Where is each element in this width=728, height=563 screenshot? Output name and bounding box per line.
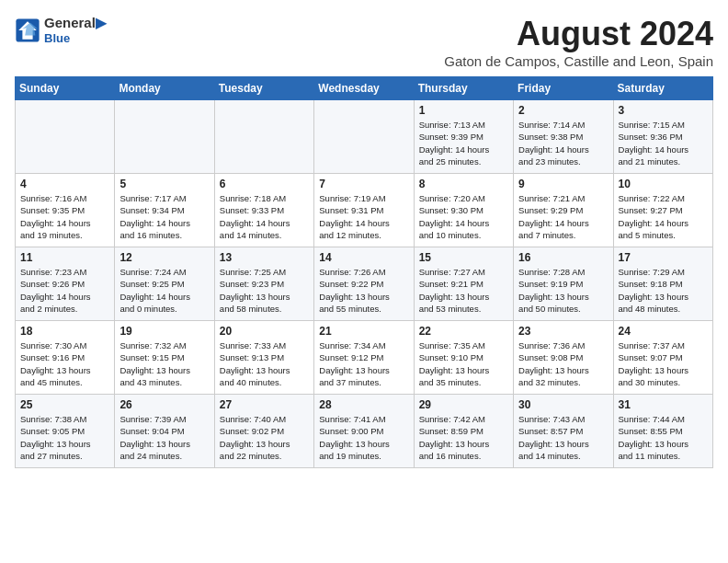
day-number: 5 <box>119 178 209 190</box>
day-info: Sunrise: 7:38 AM Sunset: 9:05 PM Dayligh… <box>20 413 109 462</box>
location-subtitle: Gaton de Campos, Castille and Leon, Spai… <box>444 53 713 69</box>
day-number: 26 <box>119 398 209 411</box>
day-info: Sunrise: 7:36 AM Sunset: 9:08 PM Dayligh… <box>518 339 608 388</box>
calendar-week-row: 11Sunrise: 7:23 AM Sunset: 9:26 PM Dayli… <box>16 247 713 321</box>
day-info: Sunrise: 7:41 AM Sunset: 9:00 PM Dayligh… <box>319 413 408 462</box>
calendar-day-cell: 24Sunrise: 7:37 AM Sunset: 9:07 PM Dayli… <box>613 321 712 395</box>
calendar-empty-cell <box>115 100 214 174</box>
calendar-day-cell: 21Sunrise: 7:34 AM Sunset: 9:12 PM Dayli… <box>314 321 414 395</box>
calendar-day-cell: 14Sunrise: 7:26 AM Sunset: 9:22 PM Dayli… <box>314 247 414 321</box>
day-info: Sunrise: 7:25 AM Sunset: 9:23 PM Dayligh… <box>220 266 309 315</box>
weekday-header-friday: Friday <box>514 77 613 100</box>
calendar-day-cell: 25Sunrise: 7:38 AM Sunset: 9:05 PM Dayli… <box>16 395 115 468</box>
day-info: Sunrise: 7:27 AM Sunset: 9:21 PM Dayligh… <box>419 266 508 315</box>
day-info: Sunrise: 7:39 AM Sunset: 9:04 PM Dayligh… <box>119 413 209 462</box>
calendar-empty-cell <box>16 100 115 174</box>
calendar-day-cell: 19Sunrise: 7:32 AM Sunset: 9:15 PM Dayli… <box>115 321 214 395</box>
calendar-day-cell: 23Sunrise: 7:36 AM Sunset: 9:08 PM Dayli… <box>514 321 613 395</box>
day-number: 8 <box>419 178 508 190</box>
day-number: 12 <box>119 251 209 264</box>
day-info: Sunrise: 7:30 AM Sunset: 9:16 PM Dayligh… <box>20 339 109 388</box>
day-info: Sunrise: 7:26 AM Sunset: 9:22 PM Dayligh… <box>319 266 408 315</box>
calendar-day-cell: 20Sunrise: 7:33 AM Sunset: 9:13 PM Dayli… <box>214 321 313 395</box>
day-info: Sunrise: 7:42 AM Sunset: 8:59 PM Dayligh… <box>419 413 508 462</box>
weekday-header-tuesday: Tuesday <box>214 77 313 100</box>
day-number: 17 <box>619 251 708 264</box>
calendar-table: SundayMondayTuesdayWednesdayThursdayFrid… <box>15 76 713 468</box>
calendar-day-cell: 29Sunrise: 7:42 AM Sunset: 8:59 PM Dayli… <box>414 395 513 468</box>
weekday-header-sunday: Sunday <box>16 77 115 100</box>
day-info: Sunrise: 7:23 AM Sunset: 9:26 PM Dayligh… <box>20 266 109 315</box>
day-number: 18 <box>20 325 109 338</box>
calendar-day-cell: 4Sunrise: 7:16 AM Sunset: 9:35 PM Daylig… <box>16 174 115 247</box>
day-number: 16 <box>518 251 608 264</box>
day-number: 4 <box>20 178 109 190</box>
day-info: Sunrise: 7:32 AM Sunset: 9:15 PM Dayligh… <box>119 339 209 388</box>
logo-text: General▶ Blue <box>44 15 107 45</box>
day-number: 30 <box>518 398 608 411</box>
day-info: Sunrise: 7:37 AM Sunset: 9:07 PM Dayligh… <box>619 339 708 388</box>
calendar-day-cell: 1Sunrise: 7:13 AM Sunset: 9:39 PM Daylig… <box>414 100 513 174</box>
title-block: August 2024 Gaton de Campos, Castille an… <box>444 15 713 69</box>
weekday-header-wednesday: Wednesday <box>314 77 414 100</box>
day-info: Sunrise: 7:19 AM Sunset: 9:31 PM Dayligh… <box>319 192 408 241</box>
day-number: 28 <box>319 398 408 411</box>
day-info: Sunrise: 7:35 AM Sunset: 9:10 PM Dayligh… <box>419 339 508 388</box>
day-info: Sunrise: 7:18 AM Sunset: 9:33 PM Dayligh… <box>220 192 309 241</box>
day-number: 20 <box>220 325 309 338</box>
logo: General▶ Blue <box>15 15 107 45</box>
calendar-day-cell: 11Sunrise: 7:23 AM Sunset: 9:26 PM Dayli… <box>16 247 115 321</box>
calendar-week-row: 18Sunrise: 7:30 AM Sunset: 9:16 PM Dayli… <box>16 321 713 395</box>
day-number: 11 <box>20 251 109 264</box>
day-number: 21 <box>319 325 408 338</box>
day-number: 25 <box>20 398 109 411</box>
calendar-day-cell: 10Sunrise: 7:22 AM Sunset: 9:27 PM Dayli… <box>613 174 712 247</box>
day-number: 6 <box>220 178 309 190</box>
calendar-day-cell: 7Sunrise: 7:19 AM Sunset: 9:31 PM Daylig… <box>314 174 414 247</box>
logo-icon <box>15 17 40 43</box>
day-number: 31 <box>619 398 708 411</box>
day-number: 15 <box>419 251 508 264</box>
day-number: 29 <box>419 398 508 411</box>
day-info: Sunrise: 7:29 AM Sunset: 9:18 PM Dayligh… <box>619 266 708 315</box>
day-info: Sunrise: 7:14 AM Sunset: 9:38 PM Dayligh… <box>518 119 608 167</box>
day-number: 23 <box>518 325 608 338</box>
calendar-day-cell: 31Sunrise: 7:44 AM Sunset: 8:55 PM Dayli… <box>613 395 712 468</box>
calendar-empty-cell <box>314 100 414 174</box>
weekday-header-monday: Monday <box>115 77 214 100</box>
day-info: Sunrise: 7:44 AM Sunset: 8:55 PM Dayligh… <box>619 413 708 462</box>
day-info: Sunrise: 7:13 AM Sunset: 9:39 PM Dayligh… <box>419 119 508 167</box>
calendar-day-cell: 15Sunrise: 7:27 AM Sunset: 9:21 PM Dayli… <box>414 247 513 321</box>
calendar-day-cell: 26Sunrise: 7:39 AM Sunset: 9:04 PM Dayli… <box>115 395 214 468</box>
calendar-day-cell: 5Sunrise: 7:17 AM Sunset: 9:34 PM Daylig… <box>115 174 214 247</box>
day-number: 19 <box>119 325 209 338</box>
day-info: Sunrise: 7:40 AM Sunset: 9:02 PM Dayligh… <box>220 413 309 462</box>
calendar-day-cell: 16Sunrise: 7:28 AM Sunset: 9:19 PM Dayli… <box>514 247 613 321</box>
day-number: 3 <box>619 104 708 117</box>
day-number: 22 <box>419 325 508 338</box>
day-info: Sunrise: 7:28 AM Sunset: 9:19 PM Dayligh… <box>518 266 608 315</box>
day-info: Sunrise: 7:20 AM Sunset: 9:30 PM Dayligh… <box>419 192 508 241</box>
calendar-day-cell: 27Sunrise: 7:40 AM Sunset: 9:02 PM Dayli… <box>214 395 313 468</box>
page-header: General▶ Blue August 2024 Gaton de Campo… <box>15 15 713 69</box>
month-year-title: August 2024 <box>444 15 713 53</box>
day-number: 27 <box>220 398 309 411</box>
calendar-day-cell: 2Sunrise: 7:14 AM Sunset: 9:38 PM Daylig… <box>514 100 613 174</box>
calendar-empty-cell <box>214 100 313 174</box>
day-number: 7 <box>319 178 408 190</box>
weekday-header-thursday: Thursday <box>414 77 513 100</box>
calendar-day-cell: 18Sunrise: 7:30 AM Sunset: 9:16 PM Dayli… <box>16 321 115 395</box>
day-info: Sunrise: 7:43 AM Sunset: 8:57 PM Dayligh… <box>518 413 608 462</box>
day-number: 14 <box>319 251 408 264</box>
calendar-day-cell: 8Sunrise: 7:20 AM Sunset: 9:30 PM Daylig… <box>414 174 513 247</box>
calendar-week-row: 4Sunrise: 7:16 AM Sunset: 9:35 PM Daylig… <box>16 174 713 247</box>
weekday-header-saturday: Saturday <box>613 77 712 100</box>
calendar-week-row: 25Sunrise: 7:38 AM Sunset: 9:05 PM Dayli… <box>16 395 713 468</box>
calendar-day-cell: 22Sunrise: 7:35 AM Sunset: 9:10 PM Dayli… <box>414 321 513 395</box>
day-info: Sunrise: 7:17 AM Sunset: 9:34 PM Dayligh… <box>119 192 209 241</box>
calendar-day-cell: 3Sunrise: 7:15 AM Sunset: 9:36 PM Daylig… <box>613 100 712 174</box>
day-info: Sunrise: 7:34 AM Sunset: 9:12 PM Dayligh… <box>319 339 408 388</box>
calendar-day-cell: 30Sunrise: 7:43 AM Sunset: 8:57 PM Dayli… <box>514 395 613 468</box>
calendar-day-cell: 6Sunrise: 7:18 AM Sunset: 9:33 PM Daylig… <box>214 174 313 247</box>
day-info: Sunrise: 7:33 AM Sunset: 9:13 PM Dayligh… <box>220 339 309 388</box>
